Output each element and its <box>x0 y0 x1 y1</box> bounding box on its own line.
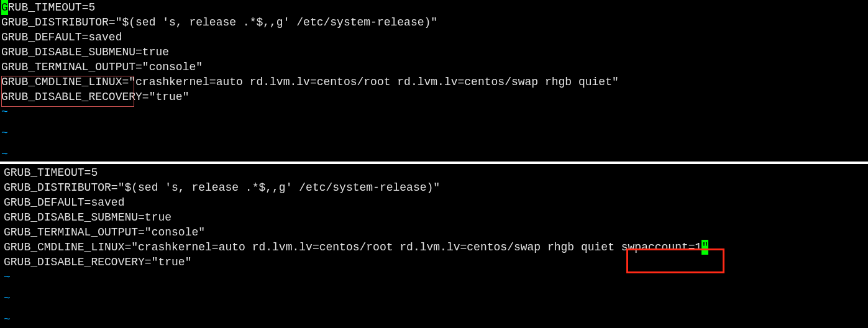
vim-tilde: ~ <box>1 125 868 140</box>
cursor: G <box>1 0 8 15</box>
cursor: " <box>701 240 708 255</box>
config-line: GRUB_DEFAULT=saved <box>1 30 868 45</box>
vim-tilde: ~ <box>4 312 868 327</box>
vim-tilde: ~ <box>1 104 868 119</box>
spacer <box>1 140 868 147</box>
vim-tilde: ~ <box>1 147 868 162</box>
config-line: GRUB_TIMEOUT=5 <box>1 0 868 15</box>
config-line: GRUB_DISTRIBUTOR="$(sed 's, release .*$,… <box>4 180 868 195</box>
config-line: GRUB_CMDLINE_LINUX="crashkernel=auto rd.… <box>4 240 868 255</box>
text: RUB_TIMEOUT=5 <box>8 1 95 14</box>
vim-tilde: ~ <box>4 291 868 306</box>
config-line: GRUB_DEFAULT=saved <box>4 195 868 210</box>
config-line: GRUB_TERMINAL_OUTPUT="console" <box>4 225 868 240</box>
pane-bottom: GRUB_TIMEOUT=5 GRUB_DISTRIBUTOR="$(sed '… <box>0 164 868 327</box>
text: GRUB_CMDLINE_LINUX="crashkernel=auto rd.… <box>4 241 701 253</box>
spacer <box>1 119 868 125</box>
config-line: GRUB_DISABLE_SUBMENU=true <box>1 45 868 60</box>
config-line: GRUB_DISABLE_RECOVERY="true" <box>4 255 868 270</box>
spacer <box>4 306 868 312</box>
config-line: GRUB_TERMINAL_OUTPUT="console" <box>1 60 868 75</box>
spacer <box>4 285 868 291</box>
vim-tilde: ~ <box>4 270 868 285</box>
config-line: GRUB_DISABLE_RECOVERY="true" <box>1 89 868 104</box>
terminal-output: GRUB_TIMEOUT=5 GRUB_DISTRIBUTOR="$(sed '… <box>0 0 868 327</box>
config-line: GRUB_DISABLE_SUBMENU=true <box>4 210 868 225</box>
config-line: GRUB_TIMEOUT=5 <box>4 165 868 180</box>
config-line: GRUB_DISTRIBUTOR="$(sed 's, release .*$,… <box>1 15 868 30</box>
config-line: GRUB_CMDLINE_LINUX="crashkernel=auto rd.… <box>1 75 868 89</box>
pane-top: GRUB_TIMEOUT=5 GRUB_DISTRIBUTOR="$(sed '… <box>0 0 868 162</box>
